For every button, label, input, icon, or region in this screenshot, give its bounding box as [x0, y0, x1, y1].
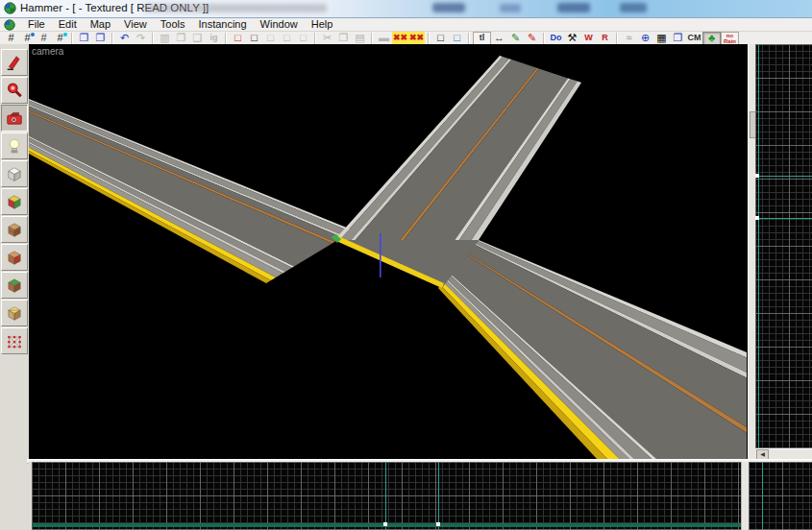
displacement-do-button[interactable]: Do	[548, 32, 564, 44]
cordon-edit-icon: □	[234, 32, 241, 44]
morph-gray-3-button[interactable]: □	[295, 32, 311, 44]
clipping-tool-button[interactable]	[1, 300, 28, 326]
viewport-3d-camera[interactable]: camera	[29, 44, 748, 459]
texture-lock-icon: tl	[480, 32, 485, 44]
grid-larger-button[interactable]: #	[52, 32, 68, 44]
block-tool-button[interactable]	[1, 160, 28, 187]
hide-unselected-button[interactable]: ✖✖	[408, 32, 425, 44]
magnify-tool-button[interactable]	[1, 77, 28, 104]
texture-application-tool-button[interactable]	[1, 188, 28, 215]
grid-3d-toggle-icon: #	[24, 32, 30, 44]
grid-3d-toggle-button[interactable]: #	[19, 32, 36, 44]
overlay-tool-button[interactable]	[1, 272, 28, 299]
pen-red-button[interactable]: ✎	[524, 32, 540, 44]
group-button[interactable]: ❐	[173, 32, 189, 44]
redacted-tab-4	[620, 3, 647, 12]
menu-item-map[interactable]: Map	[84, 18, 117, 31]
paste-button[interactable]: ▤	[352, 32, 368, 44]
save-window-state-icon: ❐	[96, 32, 106, 44]
apply-current-texture-tool-button[interactable]	[1, 216, 28, 243]
toolbar-separator	[152, 33, 154, 44]
selection-bounds-button[interactable]: □	[432, 32, 449, 44]
redo-button[interactable]: ↷	[133, 32, 149, 44]
cordon-toggle-button[interactable]: □	[246, 32, 262, 44]
selection-tool-button[interactable]	[1, 49, 28, 76]
paste-icon: ▤	[355, 32, 364, 44]
window-grid-icon: ▦	[656, 32, 666, 44]
sphere-target-button[interactable]: ⊕	[637, 32, 653, 44]
texture-lock-button[interactable]: tl	[473, 32, 491, 45]
grid-smaller-icon: #	[40, 32, 46, 44]
r-tool-button[interactable]: R	[597, 32, 613, 44]
apply-decals-tool-button[interactable]	[1, 244, 28, 271]
ungroup-button[interactable]: ❑	[189, 32, 206, 44]
pen-green-icon: ✎	[511, 32, 520, 44]
hammer-window: Hammer - [ - Textured [ READ ONLY ]] Fil…	[0, 0, 812, 530]
redacted-tab-3	[557, 3, 590, 12]
grid-axis-line-vertical	[758, 44, 759, 448]
camera-tool-button[interactable]	[1, 105, 28, 132]
viewport-2d-bottom[interactable]	[32, 462, 741, 530]
grid-smaller-button[interactable]: #	[36, 32, 52, 44]
r-tool-icon: R	[602, 32, 608, 44]
hide-selected-button[interactable]: ✖✖	[392, 32, 408, 44]
copy-button[interactable]: ❐	[335, 32, 352, 44]
window-grid-button[interactable]: ▦	[653, 32, 670, 44]
undo-button[interactable]: ↶	[116, 32, 133, 44]
cm-toggle-button[interactable]: CM	[686, 32, 702, 44]
vertex-handle	[755, 174, 759, 178]
titlebar[interactable]: Hammer - [ - Textured [ READ ONLY ]]	[0, 0, 812, 18]
menu-item-file[interactable]: File	[21, 18, 52, 31]
road-west-stripe	[29, 112, 332, 266]
viewport-2d-corner[interactable]	[749, 462, 812, 530]
morph-gray-2-icon: □	[283, 32, 290, 44]
cut-button[interactable]: ✂	[319, 32, 335, 44]
brush-edge-line	[438, 462, 439, 530]
toolbar: ####❐❐↶↷▥❐❑ig□□□□□✂❐▤▬✖✖✖✖□□tl↔✎✎Do⚒WR≈⊕…	[0, 32, 812, 45]
toolbar-separator	[468, 33, 470, 44]
pen-green-button[interactable]: ✎	[507, 32, 524, 44]
redo-icon: ↷	[136, 32, 145, 44]
road-north	[334, 56, 581, 240]
grid-axis-line-vertical	[762, 462, 763, 530]
load-window-state-button[interactable]: ❐	[76, 32, 92, 44]
cordon-toggle-icon: □	[251, 32, 258, 44]
menu-item-tools[interactable]: Tools	[154, 18, 192, 31]
z-axis-line	[380, 233, 381, 277]
ungroup-icon: ❑	[193, 32, 203, 44]
leaf-toggle-button[interactable]: ♣	[702, 32, 721, 45]
hide-unselected-icon: ✖✖	[408, 32, 425, 44]
cordon-edit-button[interactable]: □	[230, 32, 246, 44]
vertex-tool-button[interactable]	[1, 327, 28, 354]
menu-item-window[interactable]: Window	[254, 18, 305, 31]
morph-gray-2-button[interactable]: □	[279, 32, 295, 44]
menu-item-help[interactable]: Help	[305, 18, 340, 31]
cascade-windows-icon: ❐	[674, 32, 683, 44]
ignore-groups-button[interactable]: ig	[206, 32, 222, 44]
hammer-tool-button[interactable]: ⚒	[564, 32, 580, 44]
no-rain-toggle-button[interactable]: no Rain	[721, 32, 739, 45]
viewport-2d-right[interactable]	[755, 44, 812, 448]
group-icon: ❐	[177, 32, 186, 44]
menu-item-view[interactable]: View	[117, 18, 154, 31]
apply-decals-tool-icon	[6, 249, 23, 266]
menu-item-edit[interactable]: Edit	[52, 18, 84, 31]
save-window-state-button[interactable]: ❐	[92, 32, 109, 44]
wave-toggle-button[interactable]: ≈	[621, 32, 637, 44]
zoom-to-selection-button[interactable]: □	[449, 32, 465, 44]
grid-3d-toggle-dot	[31, 33, 35, 36]
menu-item-instancing[interactable]: Instancing	[191, 18, 253, 31]
magnify-tool-icon	[6, 82, 23, 99]
toolbar-separator	[225, 33, 227, 44]
menubar: FileEditMapViewToolsInstancingWindowHelp	[0, 18, 812, 32]
grid-toggle-button[interactable]: #	[3, 32, 19, 44]
carve-button[interactable]: ▥	[157, 32, 173, 44]
display-toggle-button[interactable]: ▬	[376, 32, 392, 44]
w-tool-button[interactable]: W	[580, 32, 597, 44]
entity-tool-button[interactable]	[1, 132, 28, 159]
cascade-windows-button[interactable]: ❐	[670, 32, 686, 44]
texture-scale-lock-button[interactable]: ↔	[491, 32, 507, 44]
undo-icon: ↶	[120, 32, 129, 44]
morph-gray-1-button[interactable]: □	[262, 32, 279, 44]
toolbar-separator	[616, 33, 618, 44]
